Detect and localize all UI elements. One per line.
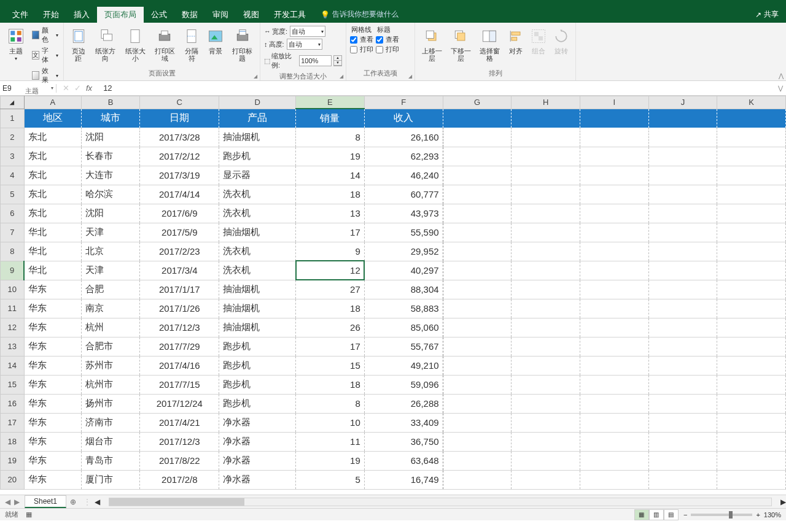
cell-C7[interactable]: 2017/5/9 <box>140 223 219 242</box>
cell-B18[interactable]: 烟台市 <box>81 432 139 451</box>
row-header-20[interactable]: 20 <box>1 470 25 489</box>
cell-A3[interactable]: 东北 <box>24 147 81 166</box>
cell[interactable] <box>717 242 786 261</box>
height-select[interactable]: 自动▾ <box>287 39 322 50</box>
scale-spinner[interactable]: ▲▼ <box>333 55 342 66</box>
cell-C3[interactable]: 2017/2/12 <box>140 147 219 166</box>
cell-D17[interactable]: 净水器 <box>219 413 296 432</box>
zoom-level[interactable]: 130% <box>764 511 781 519</box>
cell[interactable] <box>580 166 648 185</box>
cell[interactable] <box>443 242 512 261</box>
header-cell[interactable]: 日期 <box>140 109 219 128</box>
pagesetup-launcher[interactable]: ◢ <box>254 74 257 79</box>
cell[interactable] <box>717 204 786 223</box>
cell-D20[interactable]: 净水器 <box>219 470 296 489</box>
cell-E8[interactable]: 9 <box>296 242 365 261</box>
cell[interactable] <box>648 337 717 356</box>
cell[interactable] <box>717 299 786 318</box>
cell[interactable] <box>648 299 717 318</box>
cell-D2[interactable]: 抽油烟机 <box>219 128 296 147</box>
selection-pane-button[interactable]: 选择窗格 <box>477 25 503 63</box>
cell[interactable] <box>580 337 648 356</box>
tell-me[interactable]: 💡 告诉我你想要做什么 <box>313 9 399 20</box>
cell-C19[interactable]: 2017/8/22 <box>140 451 219 470</box>
select-all-corner[interactable]: ◢ <box>1 96 25 109</box>
cell[interactable] <box>512 432 580 451</box>
cell-A15[interactable]: 华东 <box>24 375 81 394</box>
cell[interactable] <box>717 432 786 451</box>
cell-A10[interactable]: 华东 <box>24 280 81 299</box>
cell[interactable] <box>648 413 717 432</box>
cell[interactable] <box>443 223 512 242</box>
col-header-I[interactable]: I <box>580 96 648 109</box>
cell[interactable] <box>512 318 580 337</box>
cell-B7[interactable]: 天津 <box>81 223 139 242</box>
cell[interactable] <box>443 261 512 280</box>
scale-input[interactable]: 100% <box>299 55 332 66</box>
row-header-5[interactable]: 5 <box>1 185 25 204</box>
scale-launcher[interactable]: ◢ <box>340 74 343 79</box>
cell[interactable] <box>717 413 786 432</box>
cell[interactable] <box>717 147 786 166</box>
cell[interactable] <box>648 451 717 470</box>
row-header-2[interactable]: 2 <box>1 128 25 147</box>
cell[interactable] <box>512 223 580 242</box>
tab-home[interactable]: 开始 <box>36 7 66 23</box>
cell[interactable] <box>512 261 580 280</box>
cell[interactable] <box>443 451 512 470</box>
cell[interactable] <box>512 356 580 375</box>
cell[interactable] <box>443 318 512 337</box>
cell-F15[interactable]: 59,096 <box>364 375 443 394</box>
cell[interactable] <box>443 299 512 318</box>
row-header-14[interactable]: 14 <box>1 356 25 375</box>
cell-E16[interactable]: 8 <box>296 394 365 413</box>
cell-F10[interactable]: 88,304 <box>364 280 443 299</box>
cell-D4[interactable]: 显示器 <box>219 166 296 185</box>
cell[interactable] <box>443 280 512 299</box>
cell[interactable] <box>580 299 648 318</box>
cell[interactable] <box>580 394 648 413</box>
cell-B17[interactable]: 济南市 <box>81 413 139 432</box>
cell[interactable] <box>580 147 648 166</box>
row-header-18[interactable]: 18 <box>1 432 25 451</box>
cell-A6[interactable]: 东北 <box>24 204 81 223</box>
cell-D14[interactable]: 跑步机 <box>219 356 296 375</box>
cell[interactable] <box>580 109 648 128</box>
fonts-button[interactable]: 文字体▾ <box>31 45 60 65</box>
colors-button[interactable]: 颜色▾ <box>31 25 60 45</box>
cell-C4[interactable]: 2017/3/19 <box>140 166 219 185</box>
cell[interactable] <box>717 185 786 204</box>
cell[interactable] <box>580 242 648 261</box>
cell-B14[interactable]: 苏州市 <box>81 356 139 375</box>
macro-record-icon[interactable]: ▦ <box>26 511 32 519</box>
cell[interactable] <box>512 337 580 356</box>
headings-print-check[interactable]: 打印 <box>376 45 399 54</box>
cell[interactable] <box>443 204 512 223</box>
cell-C6[interactable]: 2017/6/9 <box>140 204 219 223</box>
cell-D9[interactable]: 洗衣机 <box>219 261 296 280</box>
cell[interactable] <box>717 470 786 489</box>
cell-E17[interactable]: 10 <box>296 413 365 432</box>
cell-F13[interactable]: 55,767 <box>364 337 443 356</box>
cell-D5[interactable]: 洗衣机 <box>219 185 296 204</box>
cell-E15[interactable]: 18 <box>296 375 365 394</box>
cell-B5[interactable]: 哈尔滨 <box>81 185 139 204</box>
cell-B3[interactable]: 长春市 <box>81 147 139 166</box>
cell-C13[interactable]: 2017/7/29 <box>140 337 219 356</box>
cell[interactable] <box>580 356 648 375</box>
cell[interactable] <box>648 166 717 185</box>
cell-B8[interactable]: 北京 <box>81 242 139 261</box>
h-scrollbar[interactable]: ◀ ▶ <box>95 498 786 506</box>
cell-F7[interactable]: 55,590 <box>364 223 443 242</box>
sheet-nav-prev[interactable]: ◀ <box>5 498 10 506</box>
cell[interactable] <box>580 318 648 337</box>
tab-data[interactable]: 数据 <box>174 7 205 23</box>
header-cell[interactable]: 收入 <box>364 109 443 128</box>
cell[interactable] <box>717 128 786 147</box>
align-button[interactable]: 对齐 <box>505 25 526 56</box>
cell-F2[interactable]: 26,160 <box>364 128 443 147</box>
cancel-icon[interactable]: ✕ <box>63 83 69 93</box>
cell[interactable] <box>648 109 717 128</box>
cell[interactable] <box>717 166 786 185</box>
cell-E11[interactable]: 18 <box>296 299 365 318</box>
